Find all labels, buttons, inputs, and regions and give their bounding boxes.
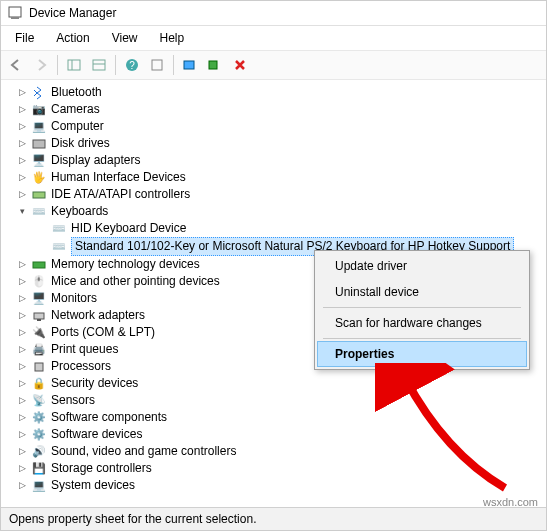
keyboard-icon: ⌨️ xyxy=(31,204,47,220)
tree-item-ide[interactable]: ▷ IDE ATA/ATAPI controllers xyxy=(13,186,546,203)
tree-item-storage[interactable]: ▷ 💾 Storage controllers xyxy=(13,460,546,477)
chevron-right-icon[interactable]: ▷ xyxy=(17,173,27,183)
app-icon xyxy=(7,5,23,21)
tree-item-sensors[interactable]: ▷ 📡 Sensors xyxy=(13,392,546,409)
menu-help[interactable]: Help xyxy=(150,28,195,48)
menu-action[interactable]: Action xyxy=(46,28,99,48)
tree-item-softcomp[interactable]: ▷ ⚙️ Software components xyxy=(13,409,546,426)
spacer xyxy=(37,242,47,252)
chevron-right-icon[interactable]: ▷ xyxy=(17,190,27,200)
chevron-right-icon[interactable]: ▷ xyxy=(17,345,27,355)
chevron-right-icon[interactable]: ▷ xyxy=(17,277,27,287)
chevron-right-icon[interactable]: ▷ xyxy=(17,430,27,440)
tree-label: Cameras xyxy=(51,101,100,118)
printer-icon: 🖨️ xyxy=(31,342,47,358)
chevron-right-icon[interactable]: ▷ xyxy=(17,294,27,304)
svg-rect-1 xyxy=(11,17,19,19)
tree-item-system[interactable]: ▷ 💻 System devices xyxy=(13,477,546,494)
sensor-icon: 📡 xyxy=(31,393,47,409)
chevron-down-icon[interactable]: ▾ xyxy=(17,207,27,217)
tree-item-security[interactable]: ▷ 🔒 Security devices xyxy=(13,375,546,392)
show-hide-console-icon[interactable] xyxy=(63,54,85,76)
window-title: Device Manager xyxy=(29,6,116,20)
tree-item-sound[interactable]: ▷ 🔊 Sound, video and game controllers xyxy=(13,443,546,460)
tree-item-disk[interactable]: ▷ Disk drives xyxy=(13,135,546,152)
menu-bar: File Action View Help xyxy=(1,26,546,50)
sound-icon: 🔊 xyxy=(31,444,47,460)
tree-label: Bluetooth xyxy=(51,84,102,101)
ide-icon xyxy=(31,187,47,203)
cm-update-driver[interactable]: Update driver xyxy=(317,253,527,279)
mouse-icon: 🖱️ xyxy=(31,274,47,290)
tree-label: HID Keyboard Device xyxy=(71,220,186,237)
toolbar-icon[interactable] xyxy=(146,54,168,76)
display-icon: 🖥️ xyxy=(31,153,47,169)
chevron-right-icon[interactable]: ▷ xyxy=(17,362,27,372)
svg-rect-0 xyxy=(9,7,21,17)
cm-uninstall-device[interactable]: Uninstall device xyxy=(317,279,527,305)
tree-label: IDE ATA/ATAPI controllers xyxy=(51,186,190,203)
tree-item-hid-keyboard[interactable]: ⌨️ HID Keyboard Device xyxy=(33,220,546,237)
network-icon xyxy=(31,308,47,324)
keyboard-icon: ⌨️ xyxy=(51,221,67,237)
tree-label: Storage controllers xyxy=(51,460,152,477)
tree-item-softdev[interactable]: ▷ ⚙️ Software devices xyxy=(13,426,546,443)
monitor-icon: 🖥️ xyxy=(31,291,47,307)
tree-item-bluetooth[interactable]: ▷ Bluetooth xyxy=(13,84,546,101)
tree-label: Software components xyxy=(51,409,167,426)
chevron-right-icon[interactable]: ▷ xyxy=(17,413,27,423)
properties-icon[interactable] xyxy=(88,54,110,76)
help-icon[interactable]: ? xyxy=(121,54,143,76)
title-bar: Device Manager xyxy=(1,1,546,26)
svg-rect-14 xyxy=(34,313,44,319)
tree-label: Display adapters xyxy=(51,152,140,169)
tree-label: Processors xyxy=(51,358,111,375)
tree-item-keyboards[interactable]: ▾ ⌨️ Keyboards xyxy=(13,203,546,220)
processor-icon xyxy=(31,359,47,375)
cm-scan-hardware[interactable]: Scan for hardware changes xyxy=(317,310,527,336)
chevron-right-icon[interactable]: ▷ xyxy=(17,139,27,149)
chevron-right-icon[interactable]: ▷ xyxy=(17,105,27,115)
chevron-right-icon[interactable]: ▷ xyxy=(17,464,27,474)
chevron-right-icon[interactable]: ▷ xyxy=(17,260,27,270)
uninstall-icon[interactable] xyxy=(229,54,251,76)
tree-item-computer[interactable]: ▷ 💻 Computer xyxy=(13,118,546,135)
svg-rect-9 xyxy=(184,61,194,69)
menu-view[interactable]: View xyxy=(102,28,148,48)
svg-rect-16 xyxy=(35,363,43,371)
chevron-right-icon[interactable]: ▷ xyxy=(17,156,27,166)
svg-rect-4 xyxy=(93,60,105,70)
chevron-right-icon[interactable]: ▷ xyxy=(17,447,27,457)
back-button[interactable] xyxy=(5,54,27,76)
chevron-right-icon[interactable]: ▷ xyxy=(17,396,27,406)
chevron-right-icon[interactable]: ▷ xyxy=(17,328,27,338)
tree-label: Keyboards xyxy=(51,203,108,220)
scan-hardware-icon[interactable] xyxy=(179,54,201,76)
forward-button[interactable] xyxy=(30,54,52,76)
bluetooth-icon xyxy=(31,85,47,101)
toolbar-separator xyxy=(115,55,116,75)
cm-properties[interactable]: Properties xyxy=(317,341,527,367)
tree-item-hid[interactable]: ▷ 🖐️ Human Interface Devices xyxy=(13,169,546,186)
chevron-right-icon[interactable]: ▷ xyxy=(17,481,27,491)
svg-rect-12 xyxy=(33,192,45,198)
chevron-right-icon[interactable]: ▷ xyxy=(17,311,27,321)
ports-icon: 🔌 xyxy=(31,325,47,341)
memory-icon xyxy=(31,257,47,273)
menu-file[interactable]: File xyxy=(5,28,44,48)
tree-label: Sensors xyxy=(51,392,95,409)
chevron-right-icon[interactable]: ▷ xyxy=(17,379,27,389)
context-menu-separator xyxy=(323,307,521,308)
tree-label: Disk drives xyxy=(51,135,110,152)
chevron-right-icon[interactable]: ▷ xyxy=(17,122,27,132)
add-legacy-icon[interactable] xyxy=(204,54,226,76)
svg-rect-10 xyxy=(209,61,217,69)
hid-icon: 🖐️ xyxy=(31,170,47,186)
tree-item-display[interactable]: ▷ 🖥️ Display adapters xyxy=(13,152,546,169)
svg-rect-15 xyxy=(37,319,41,321)
tree-label: Sound, video and game controllers xyxy=(51,443,236,460)
svg-rect-8 xyxy=(152,60,162,70)
tree-item-cameras[interactable]: ▷ 📷 Cameras xyxy=(13,101,546,118)
spacer xyxy=(37,224,47,234)
chevron-right-icon[interactable]: ▷ xyxy=(17,88,27,98)
